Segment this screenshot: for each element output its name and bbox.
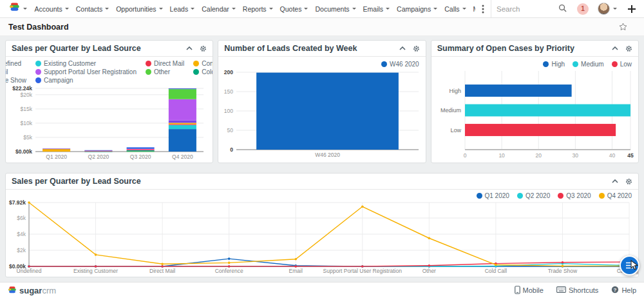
more-modules-button[interactable] bbox=[475, 5, 491, 14]
sugarcrm-logo-icon bbox=[8, 286, 17, 295]
nav-item-quotes[interactable]: Quotes bbox=[276, 5, 312, 13]
nav-item-calls[interactable]: Calls bbox=[441, 5, 469, 13]
nav-item-reports[interactable]: Reports bbox=[239, 5, 276, 13]
legend-item-trade-show[interactable]: Trade Show bbox=[5, 77, 26, 84]
legend-item-q2-2020[interactable]: Q2 2020 bbox=[517, 192, 550, 199]
legend-label: Trade Show bbox=[5, 77, 26, 84]
collapse-chevron-icon[interactable] bbox=[612, 46, 618, 50]
chart-legend: UndefinedExisting CustomerDirect MailCon… bbox=[6, 57, 213, 85]
gear-icon[interactable] bbox=[200, 45, 207, 52]
svg-text:Existing Customer: Existing Customer bbox=[73, 268, 118, 274]
svg-text:Q4 2020: Q4 2020 bbox=[172, 154, 193, 160]
floating-actions-button[interactable] bbox=[620, 255, 639, 275]
legend-dot-icon bbox=[381, 61, 387, 67]
chevron-down-icon bbox=[191, 8, 194, 10]
legend-label: Direct Mail bbox=[154, 60, 184, 67]
legend-item-medium[interactable]: Medium bbox=[573, 61, 604, 68]
stacked-bar-chart[interactable]: $0.00k$5k$10k$15k$20k$22.24kQ1 2020Q2 20… bbox=[7, 85, 213, 161]
dashlet-title: Sales per Quarter by Lead Source bbox=[12, 44, 179, 53]
svg-text:$10k: $10k bbox=[21, 120, 33, 126]
legend-item-campaign[interactable]: Campaign bbox=[35, 77, 137, 84]
dashlet-header: Sales per Quarter by Lead Source bbox=[6, 41, 213, 57]
dashlet-title: Number of Leads Created by Week bbox=[224, 44, 392, 53]
gear-icon[interactable] bbox=[413, 45, 420, 52]
legend-dot-icon bbox=[193, 61, 199, 66]
ellipsis-vertical-icon bbox=[482, 5, 484, 14]
gear-icon[interactable] bbox=[625, 178, 632, 185]
nav-item-emails[interactable]: Emails bbox=[359, 5, 393, 13]
list-lines-icon bbox=[625, 262, 634, 269]
svg-text:40: 40 bbox=[609, 152, 615, 159]
svg-text:$4k: $4k bbox=[17, 231, 26, 237]
svg-text:50: 50 bbox=[227, 127, 234, 134]
notification-badge[interactable]: 1 bbox=[577, 3, 589, 15]
user-menu[interactable] bbox=[598, 3, 617, 15]
nav-item-documents[interactable]: Documents bbox=[312, 5, 359, 13]
nav-item-campaigns[interactable]: Campaigns bbox=[393, 5, 441, 13]
legend-item-q3-2020[interactable]: Q3 2020 bbox=[558, 192, 591, 199]
legend-item-q4-2020[interactable]: Q4 2020 bbox=[599, 192, 632, 199]
footer-link-mobile[interactable]: Mobile bbox=[515, 286, 544, 295]
legend-label: Cold Call bbox=[202, 68, 213, 75]
bar-chart[interactable]: 050100150200W46 2020 bbox=[220, 68, 426, 160]
legend-item-undefined[interactable]: Undefined bbox=[5, 60, 26, 67]
legend-item-email[interactable]: Email bbox=[5, 68, 26, 75]
legend-item-existing-customer[interactable]: Existing Customer bbox=[35, 60, 137, 67]
quick-create-button[interactable] bbox=[627, 5, 636, 14]
chevron-down-icon bbox=[65, 8, 69, 10]
nav-item-opportunities[interactable]: Opportunities bbox=[113, 5, 166, 13]
gear-icon[interactable] bbox=[625, 45, 632, 52]
collapse-chevron-icon[interactable] bbox=[186, 46, 193, 50]
legend-item-conference[interactable]: Conference bbox=[193, 60, 213, 67]
legend-label: Low bbox=[620, 61, 632, 68]
legend-label: Campaign bbox=[44, 77, 73, 84]
dashboard: Sales per Quarter by Lead Source Undefin… bbox=[0, 36, 644, 282]
collapse-chevron-icon[interactable] bbox=[399, 46, 406, 50]
chevron-down-icon bbox=[232, 8, 236, 10]
nav-item-leads[interactable]: Leads bbox=[166, 5, 198, 13]
legend-item-support-portal-user-registration[interactable]: Support Portal User Registration bbox=[35, 68, 137, 75]
footer-link-help[interactable]: ?Help bbox=[611, 286, 636, 295]
sugarcrm-logo[interactable]: sugarcrm bbox=[8, 284, 56, 296]
app-menu-button[interactable] bbox=[5, 3, 31, 15]
svg-text:45: 45 bbox=[627, 152, 634, 159]
legend-item-direct-mail[interactable]: Direct Mail bbox=[146, 60, 184, 67]
legend-item-cold-call[interactable]: Cold Call bbox=[193, 68, 213, 75]
dashlet-open-cases-by-priority: Summary of Open Cases by Priority HighMe… bbox=[431, 40, 639, 163]
legend-dot-icon bbox=[612, 61, 618, 67]
footer-link-shortcuts[interactable]: Shortcuts bbox=[556, 286, 598, 294]
nav-item-contacts[interactable]: Contacts bbox=[72, 5, 112, 13]
line-chart[interactable]: UndefinedExisting CustomerDirect MailCon… bbox=[7, 199, 638, 275]
svg-text:$5k: $5k bbox=[23, 134, 32, 141]
favorite-star-icon[interactable] bbox=[619, 23, 627, 31]
nav-item-accounts[interactable]: Accounts bbox=[31, 5, 72, 13]
nav-item-calendar[interactable]: Calendar bbox=[198, 5, 240, 13]
chevron-down-icon bbox=[23, 8, 27, 10]
legend-item-low[interactable]: Low bbox=[612, 61, 632, 68]
svg-text:W46 2020: W46 2020 bbox=[315, 152, 340, 158]
legend-item-q1-2020[interactable]: Q1 2020 bbox=[477, 192, 509, 199]
legend-item-w46-2020[interactable]: W46 2020 bbox=[381, 61, 419, 68]
dashlet-sales-per-quarter-bar: Sales per Quarter by Lead Source Undefin… bbox=[5, 40, 213, 163]
svg-text:?: ? bbox=[614, 287, 617, 293]
dashlet-header: Number of Leads Created by Week bbox=[218, 41, 425, 57]
legend-item-high[interactable]: High bbox=[543, 61, 565, 68]
svg-text:$15k: $15k bbox=[21, 106, 33, 112]
nav-item-meetings[interactable]: Meetings bbox=[469, 5, 475, 13]
chevron-down-icon bbox=[462, 8, 466, 10]
legend-dot-icon bbox=[517, 193, 523, 199]
chevron-down-icon bbox=[613, 8, 617, 10]
legend-label: Q3 2020 bbox=[566, 192, 591, 199]
horizontal-bar-chart[interactable]: 01020304045HighMediumLow bbox=[433, 68, 639, 160]
svg-text:20: 20 bbox=[535, 152, 542, 159]
legend-label: High bbox=[551, 61, 565, 68]
module-menu: AccountsContactsOpportunitiesLeadsCalend… bbox=[31, 5, 475, 13]
chevron-down-icon bbox=[386, 8, 390, 10]
legend-label: Email bbox=[5, 68, 8, 75]
chevron-down-icon bbox=[433, 8, 437, 10]
collapse-chevron-icon[interactable] bbox=[612, 179, 618, 183]
legend-item-other[interactable]: Other bbox=[146, 68, 184, 75]
search-input[interactable] bbox=[497, 5, 556, 13]
search-icon[interactable] bbox=[558, 3, 567, 15]
dashlet-leads-by-week: Number of Leads Created by Week W46 2020… bbox=[218, 40, 426, 163]
